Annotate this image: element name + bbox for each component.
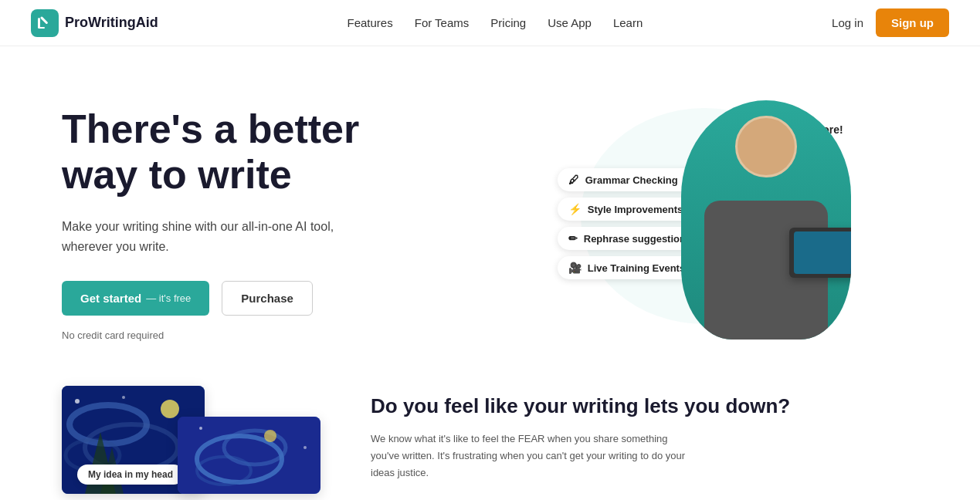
nav-pricing[interactable]: Pricing <box>490 16 526 29</box>
nav-actions: Log in Sign up <box>832 8 949 37</box>
svg-rect-0 <box>38 18 40 29</box>
section2-title: Do you feel like your writing lets you d… <box>371 394 918 420</box>
svg-rect-1 <box>40 16 49 25</box>
nav-learn[interactable]: Learn <box>613 16 643 29</box>
svg-rect-2 <box>39 27 45 29</box>
logo-link[interactable]: ProWritingAid <box>31 9 158 37</box>
signup-button[interactable]: Sign up <box>876 8 949 37</box>
svg-point-19 <box>303 446 307 449</box>
purchase-button[interactable]: Purchase <box>222 281 313 316</box>
section2: My idea in my head Do you feel like your… <box>0 386 980 500</box>
hero-left: There's a better way to write Make your … <box>62 106 490 342</box>
hero-title: There's a better way to write <box>62 106 490 199</box>
grammar-icon: 🖊 <box>568 174 579 186</box>
hero-section: There's a better way to write Make your … <box>0 46 980 386</box>
svg-point-10 <box>122 396 125 399</box>
logo-text: ProWritingAid <box>65 15 158 31</box>
svg-point-7 <box>161 400 179 418</box>
rephrase-icon: ✏ <box>568 232 578 245</box>
svg-point-17 <box>264 430 276 442</box>
idea-bubble: My idea in my head <box>77 465 184 485</box>
section2-right: Do you feel like your writing lets you d… <box>371 386 918 481</box>
login-button[interactable]: Log in <box>832 16 863 29</box>
get-started-button[interactable]: Get started — it's free <box>62 281 209 316</box>
training-icon: 🎥 <box>568 262 582 274</box>
pill-grammar: 🖊 Grammar Checking <box>558 168 702 191</box>
nav-links: Features For Teams Pricing Use App Learn <box>348 16 643 30</box>
hero-right: 🖊 Grammar Checking ⚡ Style Improvements … <box>490 93 919 355</box>
svg-point-18 <box>199 427 202 430</box>
hero-subtitle: Make your writing shine with our all-in-… <box>62 217 371 256</box>
nav-features[interactable]: Features <box>348 16 393 29</box>
logo-icon <box>31 9 59 37</box>
hero-person: ✦ <box>681 100 851 340</box>
hero-illustration: 🖊 Grammar Checking ⚡ Style Improvements … <box>558 100 851 347</box>
svg-point-8 <box>75 399 80 404</box>
hero-buttons: Get started — it's free Purchase <box>62 281 490 316</box>
section2-images: My idea in my head <box>62 386 324 498</box>
no-credit-text: No credit card required <box>62 329 490 341</box>
nav-use-app[interactable]: Use App <box>548 16 592 29</box>
laptop-screen <box>794 231 851 274</box>
section2-body: We know what it's like to feel the FEAR … <box>371 431 695 481</box>
laptop-icon <box>789 228 851 278</box>
nav-for-teams[interactable]: For Teams <box>415 16 470 29</box>
navbar: ProWritingAid Features For Teams Pricing… <box>0 0 980 46</box>
person-head <box>735 116 797 177</box>
image-card-2 <box>178 417 320 494</box>
style-icon: ⚡ <box>568 203 582 215</box>
